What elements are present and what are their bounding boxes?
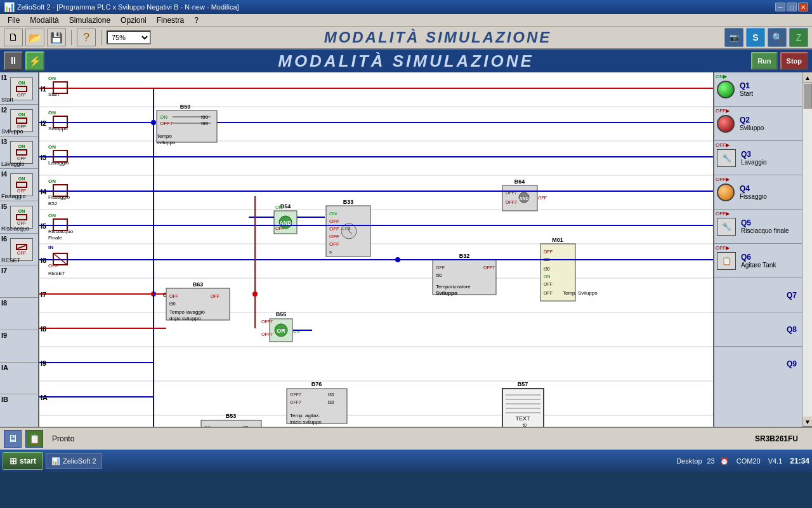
windows-logo: ⊞ — [10, 456, 17, 466]
taskbar-item-zelio[interactable]: 📊 ZelioSoft 2 — [46, 453, 102, 469]
sim-icon-search[interactable]: 🔍 — [768, 28, 787, 47]
time-label: 21:34 — [790, 457, 809, 465]
status-icon-program[interactable]: 📋 — [25, 430, 43, 448]
zoom-selector[interactable]: 75% 50% 100% 125% 150% — [107, 30, 151, 44]
input-row-ib: IB — [0, 394, 38, 427]
svg-text:t90: t90 — [436, 273, 442, 277]
start-button[interactable]: ⊞ start — [3, 452, 43, 470]
output-off-q5: OFF▶ — [716, 211, 730, 217]
output-id-q6: Q6 — [741, 253, 776, 262]
close-button[interactable]: ✕ — [798, 3, 808, 11]
run-button[interactable]: Run — [751, 52, 777, 70]
svg-text:OFF7: OFF7 — [261, 332, 273, 337]
svg-text:t90: t90 — [169, 302, 176, 306]
window-controls: ─ □ ✕ — [775, 3, 808, 11]
output-id-q2: Q2 — [740, 116, 764, 124]
sim-icon-screenshot[interactable]: 📷 — [724, 28, 743, 47]
ladder-diagram-canvas[interactable]: B50 ON OFF7 t90 t90 Tempo sviluppo B54 A… — [39, 72, 713, 427]
svg-text:OFF: OFF — [329, 218, 339, 224]
flash-button[interactable]: ⚡ — [25, 51, 44, 70]
svg-text:OR: OR — [277, 328, 285, 334]
version-label: V4.1 — [768, 457, 783, 465]
output-row-q3: OFF▶ 🔧 Q3 Lavaggio — [714, 141, 802, 175]
scroll-thumb[interactable] — [803, 83, 812, 109]
svg-text:ON: ON — [48, 110, 56, 116]
svg-text:OFF: OFF — [48, 263, 58, 269]
input-row-i8: I8 — [0, 298, 38, 330]
svg-text:OFF: OFF — [544, 282, 553, 286]
output-id-q9: Q9 — [787, 359, 797, 368]
menu-finestra[interactable]: Finestra — [152, 15, 189, 26]
menu-file[interactable]: File — [3, 15, 25, 26]
svg-text:dopo sviluppo: dopo sviluppo — [169, 316, 201, 321]
menu-simulazione[interactable]: Simulazione — [64, 15, 115, 26]
input-row-i5: I5 ON OFF Risciacquo — [0, 201, 38, 234]
right-output-rail: ON▶ Q1 Start OFF▶ Q2 Sviluppo OFF▶ 🔧 Q3 … — [713, 72, 802, 427]
maximize-button[interactable]: □ — [787, 3, 797, 11]
output-id-q4: Q4 — [740, 184, 767, 193]
svg-text:OFF: OFF — [211, 294, 219, 298]
svg-text:inizio sviluppo: inizio sviluppo — [290, 419, 322, 425]
scroll-up-button[interactable]: ▲ — [802, 72, 812, 83]
svg-text:ON: ON — [544, 274, 551, 279]
svg-text:ON: ON — [48, 144, 56, 150]
sim-icon-zelio[interactable]: Z — [789, 28, 808, 47]
title-text: ZelioSoft 2 - [Programma PLC x Sviluppo … — [17, 3, 775, 11]
vertical-scrollbar[interactable]: ▲ ▼ — [802, 72, 812, 427]
svg-text:Temporizzatore: Temporizzatore — [436, 284, 471, 290]
svg-text:B76: B76 — [311, 381, 322, 387]
help-button[interactable]: ? — [77, 29, 96, 46]
input-row-ia: IA — [0, 363, 38, 395]
output-row-q6: OFF▶ 📋 Q6 Agitare Tank — [714, 244, 802, 278]
new-button[interactable]: 🗋 — [4, 29, 23, 46]
status-icon-monitor[interactable]: 🖥 — [4, 430, 22, 448]
svg-text:OFF: OFF — [329, 241, 339, 247]
output-on-q1: ON▶ — [716, 74, 727, 79]
output-led-q4 — [717, 184, 735, 201]
tray-date: 23 — [707, 457, 715, 465]
scroll-down-button[interactable]: ▼ — [802, 417, 812, 427]
svg-text:OFF: OFF — [329, 226, 339, 232]
svg-text:s: s — [329, 249, 332, 255]
svg-text:t30: t30 — [544, 267, 550, 271]
svg-text:CIM: CIM — [341, 225, 351, 231]
menu-modalita[interactable]: Modalità — [25, 15, 63, 26]
svg-text:TEXT: TEXT — [515, 415, 530, 422]
start-label: start — [20, 457, 36, 465]
svg-text:Finale: Finale — [48, 235, 62, 241]
stop-button[interactable]: Stop — [780, 52, 808, 70]
simulation-toolbar: ⏸ ⚡ MODALITÀ SIMULAZIONE Run Stop — [0, 50, 812, 72]
svg-text:Sviluppo: Sviluppo — [48, 126, 68, 131]
output-row-q8: Q8 — [714, 312, 802, 347]
row-label-ib: IB — [1, 396, 8, 403]
sim-icon-s[interactable]: S — [746, 28, 765, 47]
row-label-ia: IA — [1, 364, 8, 371]
output-name-q3: Lavaggio — [741, 159, 767, 166]
output-off-q3: OFF▶ — [716, 142, 730, 148]
row-label-i2: I2 — [1, 106, 7, 114]
input-label-i1: Start — [1, 97, 13, 103]
svg-text:t0: t0 — [523, 423, 527, 427]
save-button[interactable]: 💾 — [47, 29, 66, 46]
pause-button[interactable]: ⏸ — [4, 51, 23, 70]
output-name-q2: Sviluppo — [740, 124, 764, 131]
svg-text:B32: B32 — [459, 253, 470, 259]
svg-text:B57: B57 — [518, 381, 528, 387]
svg-text:OFF7: OFF7 — [506, 200, 517, 204]
taskbar-icon-zelio: 📊 — [51, 457, 60, 465]
scroll-track[interactable] — [802, 83, 812, 417]
open-button[interactable]: 📂 — [25, 29, 44, 46]
menu-help[interactable]: ? — [189, 15, 204, 26]
output-symbol-q5: 🔧 — [717, 218, 736, 236]
svg-text:ON: ON — [204, 425, 211, 427]
toolbar: 🗋 📂 💾 ? 75% 50% 100% 125% 150% MODALITÀ … — [0, 27, 812, 50]
output-id-q5: Q5 — [741, 218, 789, 227]
output-off-q2: OFF▶ — [716, 108, 730, 114]
device-label: SR3B261FU — [755, 434, 798, 443]
menu-opzioni[interactable]: Opzioni — [115, 15, 152, 26]
svg-text:sviluppo: sviluppo — [157, 140, 176, 145]
svg-text:OFF: OFF — [169, 294, 178, 298]
minimize-button[interactable]: ─ — [775, 3, 785, 11]
svg-text:ON: ON — [275, 205, 282, 210]
svg-text:I9: I9 — [41, 359, 46, 367]
